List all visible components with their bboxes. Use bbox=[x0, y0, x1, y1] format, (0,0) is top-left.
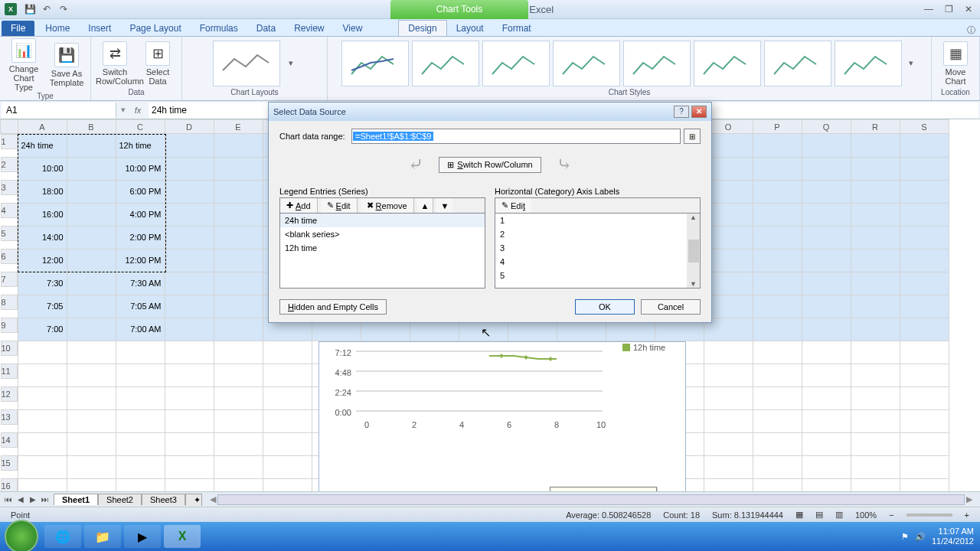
edit-axis-button[interactable]: ✎ Edit bbox=[495, 198, 531, 213]
tray-volume-icon[interactable]: 🔊 bbox=[915, 532, 926, 542]
cell[interactable] bbox=[165, 226, 214, 249]
cell[interactable] bbox=[851, 180, 900, 203]
cell[interactable] bbox=[802, 226, 851, 249]
cell[interactable] bbox=[851, 364, 900, 386]
move-down-icon[interactable]: ▼ bbox=[436, 198, 452, 213]
cell[interactable] bbox=[851, 409, 900, 432]
cell[interactable] bbox=[802, 341, 851, 364]
save-template-button[interactable]: 💾Save As Template bbox=[47, 43, 86, 87]
cell[interactable]: 7:00 bbox=[18, 318, 67, 341]
cell[interactable] bbox=[900, 432, 949, 455]
cell[interactable] bbox=[851, 272, 900, 295]
cell[interactable] bbox=[214, 180, 263, 203]
ok-button[interactable]: OK bbox=[575, 299, 635, 315]
cell[interactable] bbox=[165, 432, 214, 455]
view-break-icon[interactable]: ▥ bbox=[835, 510, 843, 520]
cell[interactable] bbox=[802, 409, 851, 432]
chart-style-1[interactable] bbox=[341, 41, 409, 86]
row-header[interactable]: 13 bbox=[1, 409, 18, 425]
cell[interactable] bbox=[753, 432, 802, 455]
axis-labels-listbox[interactable]: 1 2 3 4 5 ▲▼ bbox=[495, 214, 701, 289]
cell[interactable] bbox=[900, 180, 949, 203]
cell[interactable] bbox=[214, 226, 263, 249]
layouts-expand-icon[interactable]: ▾ bbox=[285, 58, 297, 68]
cell[interactable] bbox=[900, 134, 949, 158]
cell[interactable] bbox=[704, 386, 753, 409]
row-header[interactable]: 5 bbox=[1, 226, 18, 241]
cell[interactable] bbox=[802, 386, 851, 409]
axis-item[interactable]: 1 bbox=[495, 214, 700, 227]
cell[interactable] bbox=[165, 455, 214, 478]
cell[interactable] bbox=[18, 364, 67, 386]
cell[interactable]: 12:00 bbox=[18, 249, 67, 272]
row-header[interactable]: 15 bbox=[1, 455, 18, 471]
hidden-empty-cells-button[interactable]: Hidden and Empty Cells bbox=[279, 299, 387, 315]
zoom-out-icon[interactable]: − bbox=[889, 510, 893, 520]
cell[interactable] bbox=[165, 272, 214, 295]
cell[interactable] bbox=[851, 295, 900, 318]
cell[interactable] bbox=[116, 432, 165, 455]
help-icon[interactable]: ⓘ bbox=[967, 24, 975, 36]
cell[interactable]: 14:00 bbox=[18, 226, 67, 249]
zoom-slider[interactable] bbox=[906, 514, 952, 517]
series-item[interactable]: <blank series> bbox=[280, 227, 485, 241]
cell[interactable] bbox=[214, 318, 263, 341]
tab-format[interactable]: Format bbox=[493, 21, 541, 36]
tab-home[interactable]: Home bbox=[36, 21, 79, 36]
cell[interactable] bbox=[900, 364, 949, 386]
qat-undo-icon[interactable]: ↶ bbox=[40, 2, 54, 16]
chart-data-range-input[interactable]: =Sheet1!$A$1:$C$9 bbox=[351, 129, 681, 144]
cell[interactable] bbox=[214, 157, 263, 180]
cell[interactable] bbox=[165, 203, 214, 226]
cell[interactable] bbox=[214, 272, 263, 295]
switch-row-column-button[interactable]: ⇄Switch Row/Column bbox=[96, 41, 134, 86]
cell[interactable] bbox=[802, 272, 851, 295]
cell[interactable]: 7:05 AM bbox=[116, 295, 165, 318]
cell[interactable] bbox=[704, 478, 753, 491]
cell[interactable] bbox=[67, 455, 116, 478]
cell[interactable] bbox=[214, 432, 263, 455]
col-header[interactable]: A bbox=[18, 120, 67, 134]
taskbar-excel-icon[interactable]: X bbox=[164, 525, 201, 548]
cell[interactable] bbox=[802, 432, 851, 455]
chart-style-8[interactable] bbox=[835, 41, 902, 86]
col-header[interactable]: P bbox=[753, 120, 802, 134]
cell[interactable] bbox=[263, 409, 312, 432]
change-chart-type-button[interactable]: 📊Change Chart Type bbox=[5, 38, 43, 92]
maximize-icon[interactable]: ❐ bbox=[942, 4, 956, 15]
row-header[interactable]: 14 bbox=[1, 432, 18, 448]
cell[interactable] bbox=[67, 226, 116, 249]
cell[interactable]: 12h time bbox=[116, 134, 165, 158]
tab-insert[interactable]: Insert bbox=[79, 21, 120, 36]
col-header[interactable]: S bbox=[900, 120, 949, 134]
cell[interactable] bbox=[900, 478, 949, 491]
cell[interactable] bbox=[802, 455, 851, 478]
cell[interactable] bbox=[263, 455, 312, 478]
row-header[interactable]: 3 bbox=[1, 180, 18, 195]
series-item[interactable]: 24h time bbox=[280, 214, 485, 227]
cell[interactable]: 2:00 PM bbox=[116, 226, 165, 249]
row-header[interactable]: 7 bbox=[1, 272, 18, 287]
close-icon[interactable]: ✕ bbox=[962, 4, 975, 15]
cell[interactable] bbox=[116, 386, 165, 409]
tab-view[interactable]: View bbox=[334, 21, 372, 36]
cell[interactable] bbox=[165, 318, 214, 341]
chart-style-3[interactable] bbox=[482, 41, 550, 86]
cell[interactable] bbox=[900, 386, 949, 409]
cell[interactable]: 18:00 bbox=[18, 180, 67, 203]
cell[interactable] bbox=[263, 364, 312, 386]
tab-design[interactable]: Design bbox=[398, 20, 446, 36]
cell[interactable] bbox=[704, 341, 753, 364]
tab-nav-prev-icon[interactable]: ◀ bbox=[15, 495, 26, 504]
cell[interactable]: 7:30 AM bbox=[116, 272, 165, 295]
row-header[interactable]: 16 bbox=[1, 478, 18, 491]
axis-item[interactable]: 4 bbox=[495, 255, 700, 269]
cell[interactable] bbox=[165, 180, 214, 203]
cell[interactable] bbox=[67, 318, 116, 341]
remove-series-button[interactable]: ✖ Remove bbox=[361, 198, 414, 213]
cell[interactable] bbox=[165, 409, 214, 432]
tray-flag-icon[interactable]: ⚑ bbox=[901, 532, 909, 542]
col-header[interactable]: E bbox=[214, 120, 263, 134]
cell[interactable] bbox=[165, 341, 214, 364]
tab-layout[interactable]: Layout bbox=[447, 21, 493, 36]
